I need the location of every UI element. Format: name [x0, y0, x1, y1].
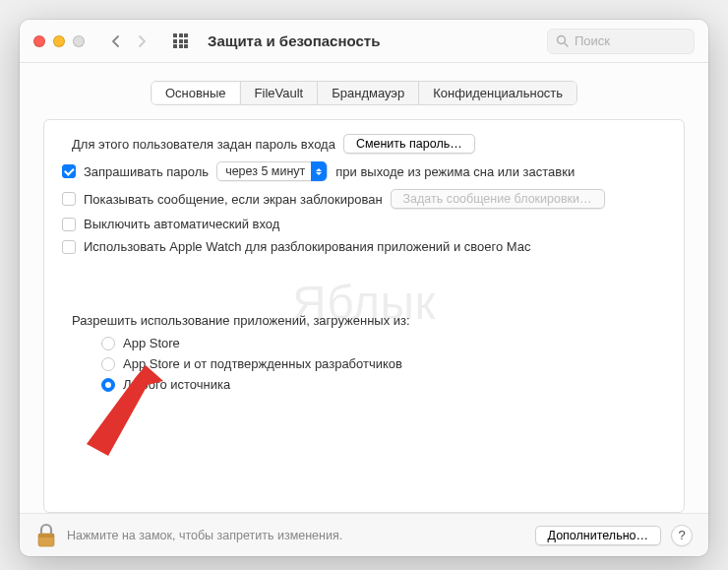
- require-password-delay-select[interactable]: через 5 минут: [216, 161, 328, 181]
- search-field[interactable]: [547, 29, 695, 54]
- disable-autologin-row: Выключить автоматический вход: [62, 217, 666, 231]
- radio-row-identified: App Store и от подтвержденных разработчи…: [101, 356, 666, 371]
- tab-privacy[interactable]: Конфиденциальность: [419, 82, 576, 104]
- radio-identified-developers[interactable]: [101, 357, 115, 371]
- content-area: Основные FileVault Брандмауэр Конфиденци…: [20, 63, 708, 513]
- apple-watch-label: Использовать Apple Watch для разблокиров…: [84, 239, 530, 254]
- require-password-suffix: при выходе из режима сна или заставки: [335, 164, 575, 179]
- tab-filevault[interactable]: FileVault: [241, 82, 319, 104]
- nav-buttons: [104, 31, 153, 52]
- window-controls: [33, 35, 85, 47]
- radio-row-anywhere: Любого источника: [101, 377, 666, 392]
- radio-anywhere-label: Любого источника: [123, 377, 230, 392]
- allow-apps-label: Разрешить использование приложений, загр…: [72, 313, 410, 328]
- apple-watch-checkbox[interactable]: [62, 240, 76, 254]
- show-message-label: Показывать сообщение, если экран заблоки…: [84, 192, 383, 207]
- chevron-left-icon: [111, 34, 121, 48]
- svg-rect-4: [38, 534, 54, 538]
- allow-apps-label-row: Разрешить использование приложений, загр…: [72, 313, 666, 328]
- titlebar: Защита и безопасность: [20, 20, 708, 63]
- tabbar-container: Основные FileVault Брандмауэр Конфиденци…: [43, 81, 685, 105]
- allow-apps-radio-group: App Store App Store и от подтвержденных …: [101, 336, 666, 392]
- login-password-row: Для этого пользователя задан пароль вход…: [72, 134, 666, 154]
- apple-watch-row: Использовать Apple Watch для разблокиров…: [62, 239, 666, 254]
- show-all-button[interactable]: [173, 33, 188, 48]
- radio-anywhere[interactable]: [101, 378, 115, 392]
- preferences-window: Защита и безопасность Основные FileVault…: [20, 20, 708, 556]
- svg-line-1: [565, 43, 569, 47]
- radio-identified-label: App Store и от подтвержденных разработчи…: [123, 356, 402, 371]
- require-password-row: Запрашивать пароль через 5 минут при вых…: [62, 161, 666, 181]
- disable-autologin-checkbox[interactable]: [62, 218, 76, 231]
- radio-appstore-label: App Store: [123, 336, 180, 350]
- search-icon: [556, 34, 569, 47]
- show-message-checkbox[interactable]: [62, 192, 76, 206]
- radio-appstore[interactable]: [101, 337, 115, 350]
- tab-firewall[interactable]: Брандмауэр: [318, 82, 419, 104]
- search-input[interactable]: [575, 33, 686, 48]
- zoom-window-button: [73, 35, 85, 47]
- lock-hint-text: Нажмите на замок, чтобы запретить измене…: [67, 529, 342, 542]
- forward-button: [130, 31, 153, 52]
- minimize-window-button[interactable]: [53, 35, 65, 47]
- require-password-delay-value: через 5 минут: [225, 164, 305, 178]
- tab-general[interactable]: Основные: [152, 82, 241, 104]
- chevron-right-icon: [137, 34, 147, 48]
- tabbar: Основные FileVault Брандмауэр Конфиденци…: [151, 81, 577, 105]
- lock-icon[interactable]: [35, 523, 57, 548]
- footer: Нажмите на замок, чтобы запретить измене…: [20, 513, 708, 556]
- back-button[interactable]: [104, 31, 128, 52]
- change-password-button[interactable]: Сменить пароль…: [343, 134, 475, 154]
- settings-panel: Для этого пользователя задан пароль вход…: [43, 119, 685, 513]
- disable-autologin-label: Выключить автоматический вход: [84, 217, 279, 231]
- window-title: Защита и безопасность: [208, 32, 537, 49]
- close-window-button[interactable]: [33, 35, 45, 47]
- stepper-icon: [311, 161, 327, 181]
- help-button[interactable]: ?: [671, 525, 693, 546]
- set-lock-message-button: Задать сообщение блокировки…: [391, 189, 605, 209]
- radio-row-appstore: App Store: [101, 336, 666, 350]
- require-password-checkbox[interactable]: [62, 164, 76, 178]
- show-message-row: Показывать сообщение, если экран заблоки…: [62, 189, 666, 209]
- require-password-label: Запрашивать пароль: [84, 164, 209, 179]
- login-password-label: Для этого пользователя задан пароль вход…: [72, 137, 335, 152]
- advanced-button[interactable]: Дополнительно…: [535, 526, 661, 545]
